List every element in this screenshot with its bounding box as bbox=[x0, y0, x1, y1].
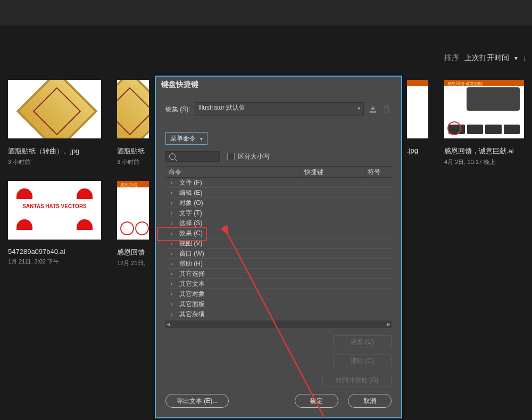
thumbnail-image bbox=[117, 80, 149, 138]
sort-label: 排序 bbox=[444, 53, 459, 63]
trash-icon bbox=[382, 104, 392, 114]
chevron-right-icon: › bbox=[171, 311, 175, 317]
table-row[interactable]: ›其它杂项 bbox=[165, 309, 392, 319]
chevron-right-icon: › bbox=[171, 200, 175, 206]
row-label: 选择 (S) bbox=[179, 219, 202, 228]
dialog-title: 键盘快捷键 bbox=[156, 77, 401, 94]
thumb-inner-text: SANTAS HATS VECTORS bbox=[8, 203, 101, 209]
table-row[interactable]: ›其它选择 bbox=[165, 269, 392, 279]
file-title: .jpg bbox=[407, 146, 428, 154]
checkbox-icon bbox=[227, 153, 235, 160]
chevron-right-icon: › bbox=[171, 291, 175, 297]
col-command: 命令 bbox=[165, 168, 301, 177]
search-icon bbox=[169, 153, 176, 160]
file-title: 酒瓶贴纸（转曲）。jpg bbox=[8, 146, 101, 156]
row-label: 帮助 (H) bbox=[179, 259, 203, 268]
file-thumb[interactable]: 感恩回馈 感恩回馈 12月 21日, bbox=[117, 181, 149, 267]
ok-button[interactable]: 确定 bbox=[295, 394, 338, 408]
search-input[interactable] bbox=[165, 151, 220, 162]
keyset-row: 键集 (S): Illustrator 默认值 ▾ bbox=[165, 102, 392, 116]
keyboard-shortcuts-dialog: 键盘快捷键 键集 (S): Illustrator 默认值 ▾ 菜单命令 ▾ bbox=[155, 76, 402, 418]
row-label: 编辑 (E) bbox=[179, 188, 202, 197]
row-label: 其它对象 bbox=[179, 290, 205, 299]
file-thumb[interactable]: .jpg bbox=[407, 80, 428, 166]
chevron-right-icon: › bbox=[171, 271, 175, 277]
table-row[interactable]: ›其它对象 bbox=[165, 289, 392, 299]
chevron-right-icon: › bbox=[171, 230, 175, 236]
file-title: 感恩回馈，诚意巨献.ai bbox=[444, 146, 524, 156]
table-row[interactable]: ›对象 (O) bbox=[165, 198, 392, 208]
chevron-down-icon: ▾ bbox=[358, 105, 360, 111]
app-top-bar bbox=[0, 0, 532, 26]
row-label: 窗口 (W) bbox=[179, 249, 204, 258]
row-label: 其它文本 bbox=[179, 279, 205, 289]
row-label: 效果 (C) bbox=[179, 229, 203, 238]
table-row[interactable]: ›其它文本 bbox=[165, 279, 392, 289]
chevron-right-icon: › bbox=[171, 251, 175, 257]
row-label: 对象 (O) bbox=[179, 199, 203, 208]
row-label: 文件 (F) bbox=[179, 178, 202, 187]
clear-button: 清除 (C) bbox=[333, 355, 392, 367]
command-type-value: 菜单命令 bbox=[170, 134, 196, 143]
chevron-right-icon: › bbox=[171, 180, 175, 186]
table-row[interactable]: ›视图 (V) bbox=[165, 238, 392, 249]
command-type-select[interactable]: 菜单命令 ▾ bbox=[165, 132, 207, 145]
table-row[interactable]: ›其它面板 bbox=[165, 299, 392, 309]
goto-conflict-button: 转到冲突处 (G) bbox=[322, 374, 392, 386]
table-row[interactable]: ›窗口 (W) bbox=[165, 249, 392, 259]
save-icon[interactable] bbox=[368, 104, 378, 114]
thumbnail-image bbox=[407, 80, 428, 138]
chevron-right-icon: › bbox=[171, 241, 175, 246]
scroll-left-icon[interactable]: ◀ bbox=[167, 322, 170, 327]
file-title: 547289a097b40.ai bbox=[8, 248, 101, 256]
row-label: 文字 (T) bbox=[179, 209, 202, 218]
case-sensitive-label: 区分大小写 bbox=[238, 152, 270, 161]
row-label: 其它选择 bbox=[179, 269, 205, 278]
row-label: 其它杂项 bbox=[179, 310, 205, 319]
table-row[interactable]: ›效果 (C) bbox=[165, 228, 392, 238]
chevron-right-icon: › bbox=[171, 261, 175, 267]
file-thumb[interactable]: 酒瓶贴纸 3 小时前 bbox=[117, 80, 149, 166]
keyset-value: Illustrator 默认值 bbox=[198, 104, 246, 111]
chevron-right-icon: › bbox=[171, 190, 175, 196]
file-meta: 3 小时前 bbox=[8, 158, 101, 166]
sort-control[interactable]: 排序 上次打开时间 ▾ ↓ bbox=[444, 53, 527, 63]
file-meta: 4月 2日, 10:17 晚上 bbox=[444, 158, 524, 166]
table-row[interactable]: ›帮助 (H) bbox=[165, 259, 392, 269]
row-label: 视图 (V) bbox=[179, 239, 202, 248]
side-buttons: 还原 (U) 清除 (C) 转到冲突处 (G) bbox=[165, 335, 392, 386]
file-thumb[interactable]: SANTAS HATS VECTORS 547289a097b40.ai 1月 … bbox=[8, 181, 101, 267]
sort-direction-icon[interactable]: ↓ bbox=[523, 54, 527, 62]
file-meta: 1月 21日, 3:02 下午 bbox=[8, 258, 101, 266]
chevron-down-icon[interactable]: ▾ bbox=[514, 54, 518, 62]
keyset-label: 键集 (S): bbox=[165, 105, 190, 114]
file-thumb[interactable]: 酒瓶贴纸（转曲）。jpg 3 小时前 bbox=[8, 80, 101, 166]
keyset-select[interactable]: Illustrator 默认值 ▾ bbox=[195, 102, 364, 116]
table-row[interactable]: ›文件 (F) bbox=[165, 178, 392, 188]
chevron-right-icon: › bbox=[171, 220, 175, 226]
case-sensitive-checkbox[interactable]: 区分大小写 bbox=[227, 152, 270, 161]
recent-files-row-2: SANTAS HATS VECTORS 547289a097b40.ai 1月 … bbox=[8, 181, 149, 267]
file-meta: 12月 21日, bbox=[117, 259, 149, 267]
chevron-right-icon: › bbox=[171, 210, 175, 216]
horizontal-scrollbar[interactable]: ◀ ▶ bbox=[165, 320, 392, 328]
export-text-button[interactable]: 导出文本 (E)... bbox=[165, 394, 229, 408]
col-symbol: 符号 bbox=[364, 168, 392, 177]
cancel-button[interactable]: 取消 bbox=[348, 394, 392, 408]
dialog-footer: 导出文本 (E)... 确定 取消 bbox=[156, 394, 401, 417]
table-row[interactable]: ›选择 (S) bbox=[165, 218, 392, 228]
thumbnail-image: 感恩回馈 诚意巨献 bbox=[444, 80, 524, 138]
thumbnail-image bbox=[8, 80, 101, 138]
chevron-right-icon: › bbox=[171, 301, 175, 307]
row-label: 其它面板 bbox=[179, 300, 205, 309]
col-shortcut: 快捷键 bbox=[301, 168, 364, 177]
sort-value: 上次打开时间 bbox=[464, 53, 509, 63]
shortcuts-table: 命令 快捷键 符号 ›文件 (F)›编辑 (E)›对象 (O)›文字 (T)›选… bbox=[165, 166, 392, 328]
table-row[interactable]: ›编辑 (E) bbox=[165, 188, 392, 198]
file-thumb[interactable]: 感恩回馈 诚意巨献 感恩回馈，诚意巨献.ai 4月 2日, 10:17 晚上 bbox=[444, 80, 524, 166]
file-title: 感恩回馈 bbox=[117, 248, 149, 257]
table-header: 命令 快捷键 符号 bbox=[165, 167, 392, 178]
file-title: 酒瓶贴纸 bbox=[117, 146, 149, 156]
table-row[interactable]: ›文字 (T) bbox=[165, 208, 392, 218]
scroll-right-icon[interactable]: ▶ bbox=[387, 322, 390, 327]
